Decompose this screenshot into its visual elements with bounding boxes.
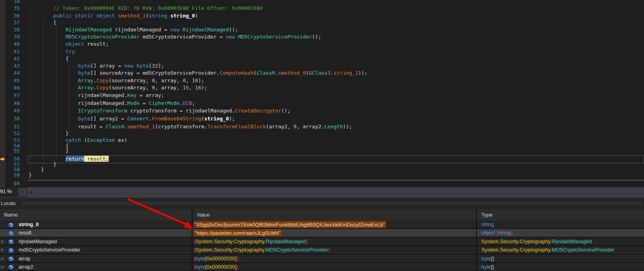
locals-row[interactable]: string_0"4Sgq3sOecfjsummTbVe0Qf63Mni/Fov… bbox=[0, 221, 644, 229]
expand-icon[interactable]: ▷ bbox=[1, 263, 6, 271]
code-line[interactable]: public static object smethod_1(string st… bbox=[53, 12, 198, 19]
code-token: { bbox=[53, 19, 56, 25]
indent-guide bbox=[43, 19, 44, 172]
code-line[interactable]: } bbox=[65, 130, 69, 137]
code-token: return bbox=[65, 156, 84, 162]
type-cell: byte[] bbox=[477, 263, 644, 271]
code-token: [] sourceArray = md5CryptoServiceProvide… bbox=[90, 70, 220, 76]
expand-icon[interactable]: ▷ bbox=[1, 238, 6, 245]
code-token: [] array = bbox=[90, 63, 124, 69]
value-token: byte bbox=[481, 256, 491, 261]
code-token: ); bbox=[201, 85, 208, 91]
code-line[interactable]: } bbox=[53, 161, 56, 168]
code-token: } bbox=[53, 161, 56, 167]
line-number: 36 bbox=[6, 12, 20, 19]
code-token: , array, bbox=[155, 77, 183, 83]
code-token: } bbox=[65, 148, 69, 154]
code-line[interactable]: try bbox=[65, 48, 75, 55]
name-cell[interactable]: string_0 bbox=[0, 221, 192, 228]
line-number: 41 bbox=[6, 48, 20, 55]
value-token: byte bbox=[481, 264, 491, 270]
scroll-left-icon[interactable]: ◀ bbox=[29, 189, 32, 196]
line-number: 38 bbox=[6, 26, 20, 33]
code-token: result; bbox=[84, 41, 109, 47]
zoom-level[interactable]: 91 % bbox=[0, 188, 12, 194]
code-line[interactable]: byte[] array = new byte[32]; bbox=[78, 62, 164, 70]
code-line[interactable]: return result; bbox=[65, 155, 109, 163]
code-line[interactable]: RijndaelManaged rijndaelManaged = new Ri… bbox=[65, 26, 238, 33]
code-line[interactable]: byte[] array2 = Convert.FromBase64String… bbox=[78, 115, 235, 122]
name-cell[interactable]: ▷rijndaelManaged bbox=[0, 238, 192, 245]
code-line[interactable]: object result; bbox=[65, 41, 109, 48]
code-token: 0 bbox=[183, 77, 186, 83]
code-line[interactable]: catch (Exception ex) bbox=[65, 137, 127, 144]
locals-row[interactable]: ▷array2{byte[0x00000030]}byte[] bbox=[0, 263, 644, 271]
code-token: GClass3 bbox=[309, 70, 331, 76]
code-token: smethod_0 bbox=[278, 70, 306, 76]
code-line[interactable]: byte[] sourceArray = md5CryptoServicePro… bbox=[78, 70, 367, 77]
code-line[interactable]: rijndaelManaged.Key = array; bbox=[78, 92, 164, 99]
value-cell[interactable]: {byte[0x00000030]} bbox=[192, 263, 477, 271]
panel-drag-grip[interactable] bbox=[22, 202, 642, 205]
column-header-name[interactable]: Name bbox=[0, 209, 192, 221]
value-token: byte bbox=[195, 264, 205, 270]
line-number: 52 bbox=[6, 130, 20, 137]
name-cell[interactable]: ▷md5CryptoServiceProvider bbox=[0, 246, 192, 254]
line-number: 48 bbox=[6, 100, 20, 107]
code-token: byte bbox=[78, 63, 90, 69]
code-line[interactable]: } bbox=[29, 172, 32, 179]
code-line[interactable]: // Token: 0x0600004C RID: 76 RVA: 0x0000… bbox=[53, 5, 263, 12]
code-token: ex) bbox=[115, 137, 127, 143]
code-token: = bbox=[140, 100, 149, 106]
value-cell[interactable]: {System.Security.Cryptography.RijndaelMa… bbox=[192, 238, 477, 245]
value-cell[interactable]: "4Sgq3sOecfjsummTbVe0Qf63Mni/FovktNtdUhg… bbox=[192, 221, 477, 228]
name-cell[interactable]: result bbox=[0, 229, 192, 236]
locals-row[interactable]: ▷md5CryptoServiceProvider{System.Securit… bbox=[0, 246, 644, 254]
code-line[interactable]: { bbox=[53, 19, 56, 26]
code-token: cryptoTransform = rijndaelManaged. bbox=[127, 108, 235, 114]
expand-icon[interactable]: ▷ bbox=[1, 255, 6, 262]
value-cell[interactable]: "https://pastebin.com/raw/sJLgSUbN" bbox=[192, 229, 477, 236]
code-line[interactable]: ICryptoTransform cryptoTransform = rijnd… bbox=[78, 107, 290, 114]
value-token: } bbox=[236, 256, 238, 261]
execution-pointer-icon[interactable] bbox=[0, 157, 5, 162]
code-line[interactable]: result = Class0.smethod_1(cryptoTransfor… bbox=[78, 123, 352, 130]
value-token: } bbox=[306, 238, 308, 244]
code-line[interactable]: Array.Copy(sourceArray, 0, array, 15, 16… bbox=[78, 84, 207, 91]
column-header-value[interactable]: Value bbox=[192, 209, 477, 221]
code-line[interactable]: } bbox=[65, 147, 69, 155]
code-editor[interactable]: 3435// Token: 0x0600004C RID: 76 RVA: 0x… bbox=[0, 0, 644, 187]
locals-row[interactable]: ▷rijndaelManaged{System.Security.Cryptog… bbox=[0, 238, 644, 246]
line-number: 39 bbox=[6, 33, 20, 41]
code-token: (); bbox=[281, 108, 290, 114]
value-cell[interactable]: {byte[0x00000020]} bbox=[192, 255, 477, 262]
value-token: "4Sgq3sOecfjsummTbVe0Qf63Mni/FovktNtdUhg… bbox=[194, 221, 386, 228]
code-line[interactable]: Array.Copy(sourceArray, 0, array, 0, 16)… bbox=[78, 77, 204, 84]
current-statement-box bbox=[28, 155, 644, 163]
name-cell[interactable]: ▷array2 bbox=[0, 263, 192, 271]
line-number: 35 bbox=[6, 5, 20, 12]
locals-row[interactable]: result"https://pastebin.com/raw/sJLgSUbN… bbox=[0, 229, 644, 237]
code-line[interactable]: { bbox=[65, 55, 69, 62]
type-cell: string bbox=[477, 221, 644, 228]
code-line[interactable]: MD5CryptoServiceProvider md5CryptoServic… bbox=[65, 33, 321, 41]
code-token: ( bbox=[81, 137, 87, 143]
zoom-dropdown-button[interactable]: ▼ bbox=[18, 188, 26, 196]
expand-icon[interactable]: ▷ bbox=[1, 246, 6, 254]
horizontal-scrollbar[interactable]: ◀ bbox=[27, 187, 644, 197]
code-token: ( bbox=[201, 116, 204, 122]
column-header-type[interactable]: Type bbox=[477, 209, 644, 221]
type-cell: System.Security.Cryptography.MD5CryptoSe… bbox=[477, 246, 644, 254]
line-number: 46 bbox=[6, 84, 20, 91]
locals-row[interactable]: ▷array{byte[0x00000020]}byte[] bbox=[0, 255, 644, 263]
code-token: ( bbox=[146, 13, 149, 19]
code-token: smethod_1 bbox=[118, 13, 146, 19]
code-line[interactable]: } bbox=[41, 166, 44, 173]
value-token: } bbox=[328, 247, 330, 253]
name-cell[interactable]: ▷array bbox=[0, 255, 192, 262]
code-line[interactable]: rijndaelManaged.Mode = CipherMode.ECB; bbox=[78, 100, 195, 107]
code-token: 32 bbox=[152, 63, 158, 69]
value-cell[interactable]: {System.Security.Cryptography.MD5CryptoS… bbox=[192, 246, 477, 254]
variable-name: array2 bbox=[19, 263, 33, 271]
code-token: . bbox=[124, 124, 127, 130]
